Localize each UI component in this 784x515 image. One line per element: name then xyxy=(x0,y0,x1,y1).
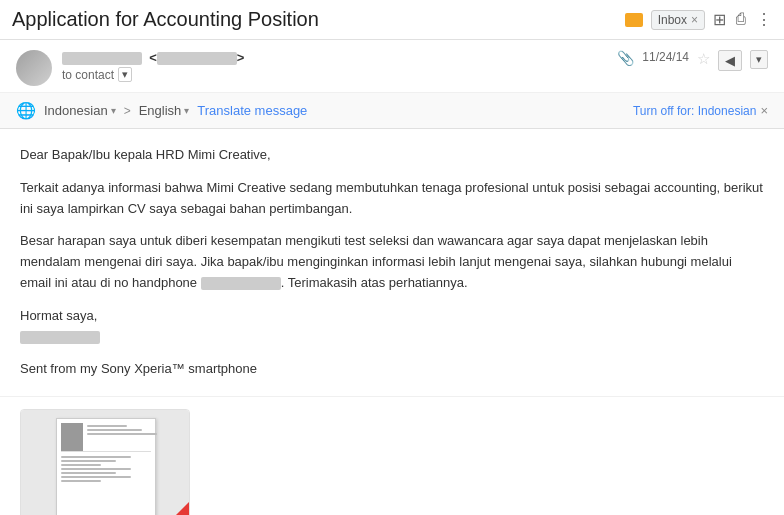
inbox-label: Inbox xyxy=(658,13,687,27)
turnoff-label: Turn off for: Indonesian xyxy=(633,104,756,118)
attachment-section: 📄 CV-P ... xyxy=(0,396,784,515)
to-label: to contact xyxy=(62,68,114,82)
avatar xyxy=(16,50,52,86)
source-lang-selector[interactable]: Indonesian ▾ xyxy=(44,103,116,118)
more-actions-button[interactable]: ▾ xyxy=(750,50,768,69)
label-tag xyxy=(625,13,643,27)
email-subject: Application for Accounting Position xyxy=(12,8,617,31)
star-icon[interactable]: ☆ xyxy=(697,50,710,68)
cv-document-mockup xyxy=(56,418,156,515)
sender-name-line: < > xyxy=(62,50,617,65)
email-bracket-close: > xyxy=(237,50,245,65)
source-lang-chevron: ▾ xyxy=(111,105,116,116)
attachment-indicator-icon: 📎 xyxy=(617,50,634,66)
cv-line-3 xyxy=(87,433,157,435)
cv-line-1 xyxy=(87,425,127,427)
email-bracket-open: < xyxy=(149,50,157,65)
cv-section-line-2 xyxy=(61,460,116,462)
cv-section-line-4 xyxy=(61,468,131,470)
target-lang-label: English xyxy=(139,103,182,118)
phone-number-blurred xyxy=(201,277,281,290)
print-icon[interactable]: ⎙ xyxy=(736,10,746,29)
more-options-icon[interactable]: ⋮ xyxy=(756,10,772,29)
turnoff-close-icon[interactable]: × xyxy=(760,103,768,118)
greeting: Dear Bapak/Ibu kepala HRD Mimi Creative, xyxy=(20,145,764,166)
email-date: 11/24/14 xyxy=(642,50,689,64)
closing: Hormat saya, xyxy=(20,306,764,348)
cv-section-line-3 xyxy=(61,464,101,466)
inbox-close-icon[interactable]: × xyxy=(691,13,698,27)
email-body: Dear Bapak/Ibu kepala HRD Mimi Creative,… xyxy=(0,129,784,396)
turnoff-translation-link[interactable]: Turn off for: Indonesian × xyxy=(633,103,768,118)
inbox-badge[interactable]: Inbox × xyxy=(651,10,705,30)
sender-meta: 📎 11/24/14 ☆ ◀ ▾ xyxy=(617,50,768,71)
cv-divider xyxy=(61,451,151,452)
target-lang-selector[interactable]: English ▾ xyxy=(139,103,190,118)
cv-text-lines xyxy=(87,425,151,435)
cv-line-2 xyxy=(87,429,142,431)
source-lang-label: Indonesian xyxy=(44,103,108,118)
sender-name xyxy=(62,52,142,65)
header-icons: ⊞ ⎙ ⋮ xyxy=(713,10,772,29)
sender-info: < > to contact ▾ xyxy=(62,50,617,82)
lang-between-arrow: > xyxy=(124,104,131,118)
translation-bar: 🌐 Indonesian ▾ > English ▾ Translate mes… xyxy=(0,93,784,129)
email-header-bar: Application for Accounting Position Inbo… xyxy=(0,0,784,40)
paragraph-1: Terkait adanya informasi bahwa Mimi Crea… xyxy=(20,178,764,220)
attachment-card[interactable]: 📄 CV-P ... xyxy=(20,409,190,515)
translate-message-link[interactable]: Translate message xyxy=(197,103,307,118)
sender-email xyxy=(157,52,237,65)
cv-section-lines xyxy=(61,456,151,482)
cv-section-line-5 xyxy=(61,472,116,474)
cv-section-line-1 xyxy=(61,456,131,458)
target-lang-chevron: ▾ xyxy=(184,105,189,116)
translate-icon: 🌐 xyxy=(16,101,36,120)
cv-section-line-7 xyxy=(61,480,101,482)
archive-icon[interactable]: ⊞ xyxy=(713,10,726,29)
cv-photo-placeholder xyxy=(61,423,83,451)
paragraph-2: Besar harapan saya untuk diberi kesempat… xyxy=(20,231,764,293)
red-corner-decoration xyxy=(161,500,190,515)
sender-row: < > to contact ▾ 📎 11/24/14 ☆ ◀ ▾ xyxy=(0,40,784,93)
closing-text: Hormat saya, xyxy=(20,308,97,323)
to-contact-row: to contact ▾ xyxy=(62,67,617,82)
cv-section-line-6 xyxy=(61,476,131,478)
attachment-preview xyxy=(21,410,190,515)
signature-name-blurred xyxy=(20,331,100,344)
reply-button[interactable]: ◀ xyxy=(718,50,742,71)
sent-from: Sent from my Sony Xperia™ smartphone xyxy=(20,359,764,380)
contact-dropdown[interactable]: ▾ xyxy=(118,67,132,82)
